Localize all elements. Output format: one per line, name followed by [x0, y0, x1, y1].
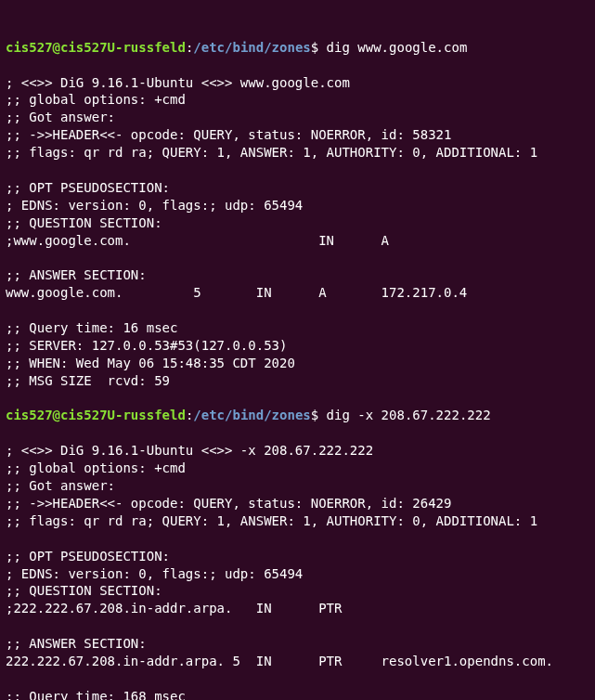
user-host: cis527@cis527U-russfeld	[6, 408, 186, 422]
output-line: ;; ->>HEADER<<- opcode: QUERY, status: N…	[6, 496, 451, 511]
output-line: ;; Got answer:	[6, 110, 115, 124]
output-line: www.google.com. 5 IN A 172.217.0.4	[6, 285, 467, 300]
prompt-line-1: cis527@cis527U-russfeld:/etc/bind/zones$…	[6, 40, 467, 55]
output-line: ;; MSG SIZE rcvd: 59	[6, 373, 170, 388]
output-line: ;; SERVER: 127.0.0.53#53(127.0.0.53)	[6, 338, 287, 353]
output-line: ;; ANSWER SECTION:	[6, 636, 147, 651]
path: /etc/bind/zones	[193, 408, 310, 422]
output-line: ; <<>> DiG 9.16.1-Ubuntu <<>> -x 208.67.…	[6, 443, 373, 458]
output-line: ;; flags: qr rd ra; QUERY: 1, ANSWER: 1,…	[6, 145, 537, 160]
command-text: dig www.google.com	[327, 40, 468, 55]
output-line: ;; WHEN: Wed May 06 15:48:35 CDT 2020	[6, 356, 295, 370]
output-line: ;; global options: +cmd	[6, 92, 186, 107]
output-line: ;; QUESTION SECTION:	[6, 215, 162, 230]
output-line: ;; QUESTION SECTION:	[6, 583, 162, 598]
output-line: ;; global options: +cmd	[6, 460, 186, 475]
path: /etc/bind/zones	[193, 40, 310, 55]
output-line: ;; ANSWER SECTION:	[6, 267, 147, 282]
output-line: ;222.222.67.208.in-addr.arpa. IN PTR	[6, 601, 342, 616]
output-line: 222.222.67.208.in-addr.arpa. 5 IN PTR re…	[6, 654, 553, 668]
output-line: ; EDNS: version: 0, flags:; udp: 65494	[6, 566, 303, 581]
user-host: cis527@cis527U-russfeld	[6, 40, 186, 55]
output-line: ;www.google.com. IN A	[6, 233, 389, 248]
output-line: ;; flags: qr rd ra; QUERY: 1, ANSWER: 1,…	[6, 513, 537, 528]
output-line: ; <<>> DiG 9.16.1-Ubuntu <<>> www.google…	[6, 75, 350, 90]
prompt-line-2: cis527@cis527U-russfeld:/etc/bind/zones$…	[6, 408, 491, 422]
output-line: ;; Got answer:	[6, 478, 115, 493]
dollar: $	[311, 408, 327, 422]
output-line: ; EDNS: version: 0, flags:; udp: 65494	[6, 198, 303, 213]
output-line: ;; OPT PSEUDOSECTION:	[6, 549, 170, 564]
terminal[interactable]: cis527@cis527U-russfeld:/etc/bind/zones$…	[6, 39, 589, 700]
dollar: $	[311, 40, 327, 55]
output-line: ;; OPT PSEUDOSECTION:	[6, 180, 170, 195]
output-line: ;; Query time: 16 msec	[6, 320, 177, 335]
output-line: ;; ->>HEADER<<- opcode: QUERY, status: N…	[6, 127, 451, 142]
output-line: ;; Query time: 168 msec	[6, 689, 186, 700]
command-text: dig -x 208.67.222.222	[327, 408, 491, 422]
